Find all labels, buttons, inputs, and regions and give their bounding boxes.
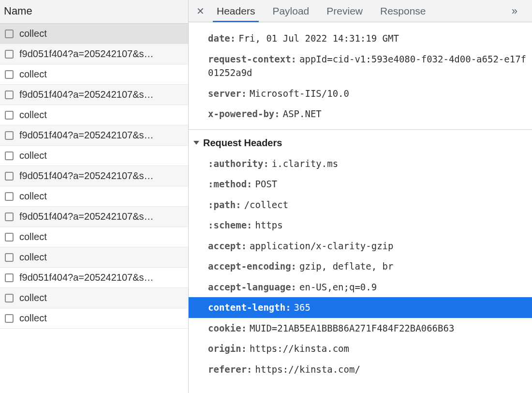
request-row[interactable]: collect <box>0 186 188 207</box>
request-row[interactable]: collect <box>0 227 188 247</box>
request-row[interactable]: f9d051f404?a=205242107&s… <box>0 207 188 227</box>
header-value: https <box>255 220 283 230</box>
request-name: collect <box>19 191 47 202</box>
header-key: accept-language: <box>208 282 296 292</box>
request-row[interactable]: f9d051f404?a=205242107&s… <box>0 44 188 64</box>
tab-headers[interactable]: Headers <box>208 0 264 22</box>
header-key: accept: <box>208 241 247 251</box>
request-name: collect <box>19 231 47 242</box>
header-row[interactable]: origin:https://kinsta.com <box>189 338 532 359</box>
tab-response[interactable]: Response <box>371 0 435 22</box>
checkbox-icon[interactable] <box>5 294 14 302</box>
request-row[interactable]: f9d051f404?a=205242107&s… <box>0 85 188 105</box>
checkbox-icon[interactable] <box>5 253 14 262</box>
request-list-panel: Name collectf9d051f404?a=205242107&s…col… <box>0 0 189 393</box>
header-key: :path: <box>208 199 241 210</box>
request-headers-section-toggle[interactable]: Request Headers <box>189 129 532 153</box>
checkbox-icon[interactable] <box>5 111 14 120</box>
checkbox-icon[interactable] <box>5 212 14 221</box>
close-icon[interactable]: ✕ <box>192 5 208 17</box>
header-value: Fri, 01 Jul 2022 14:31:19 GMT <box>238 33 399 44</box>
details-tabbar: ✕ HeadersPayloadPreviewResponse » <box>189 0 532 22</box>
checkbox-icon[interactable] <box>5 30 14 38</box>
header-value: 365 <box>294 302 310 313</box>
request-details-panel: ✕ HeadersPayloadPreviewResponse » date:F… <box>189 0 532 393</box>
header-key: accept-encoding: <box>208 261 296 272</box>
request-headers-title: Request Headers <box>203 137 282 149</box>
tab-preview[interactable]: Preview <box>318 0 371 22</box>
request-name: collect <box>19 69 47 80</box>
checkbox-icon[interactable] <box>5 233 14 242</box>
header-value: Microsoft-IIS/10.0 <box>250 88 349 99</box>
checkbox-icon[interactable] <box>5 91 14 99</box>
header-key: :authority: <box>208 158 269 169</box>
header-value: POST <box>255 179 278 189</box>
header-key: origin: <box>208 343 247 354</box>
request-name: collect <box>19 28 47 39</box>
request-row[interactable]: f9d051f404?a=205242107&s… <box>0 125 188 146</box>
checkbox-icon[interactable] <box>5 172 14 181</box>
request-row[interactable]: collect <box>0 24 188 44</box>
header-row[interactable]: accept-language:en-US,en;q=0.9 <box>189 277 532 298</box>
request-row[interactable]: collect <box>0 308 188 329</box>
header-row[interactable]: content-length:365 <box>189 297 532 318</box>
header-value: gzip, deflate, br <box>299 261 393 272</box>
header-key: server: <box>208 88 247 99</box>
checkbox-icon[interactable] <box>5 70 14 79</box>
request-name: collect <box>19 150 47 161</box>
checkbox-icon[interactable] <box>5 131 14 140</box>
header-row[interactable]: :scheme:https <box>189 215 532 236</box>
request-row[interactable]: f9d051f404?a=205242107&s… <box>0 166 188 186</box>
request-row[interactable]: collect <box>0 64 188 85</box>
tab-payload[interactable]: Payload <box>264 0 318 22</box>
header-value: ASP.NET <box>283 108 322 119</box>
column-header-name[interactable]: Name <box>0 0 188 24</box>
request-name: f9d051f404?a=205242107&s… <box>19 89 153 100</box>
header-key: content-length: <box>208 302 291 313</box>
request-name: f9d051f404?a=205242107&s… <box>19 130 153 141</box>
header-value: i.clarity.ms <box>272 158 338 169</box>
header-row[interactable]: server:Microsoft-IIS/10.0 <box>189 83 532 104</box>
more-tabs-icon[interactable]: » <box>502 5 528 17</box>
header-row[interactable]: cookie:MUID=21AB5EA1BBB86A271F484F22BA06… <box>189 318 532 339</box>
header-value: en-US,en;q=0.9 <box>299 282 377 292</box>
header-key: date: <box>208 33 236 44</box>
header-row[interactable]: :path:/collect <box>189 195 532 215</box>
request-name: f9d051f404?a=205242107&s… <box>19 170 153 181</box>
checkbox-icon[interactable] <box>5 192 14 201</box>
header-row[interactable]: referer:https://kinsta.com/ <box>189 359 532 380</box>
request-name: collect <box>19 292 47 303</box>
request-row[interactable]: collect <box>0 288 188 308</box>
devtools-network: Name collectf9d051f404?a=205242107&s…col… <box>0 0 532 393</box>
request-row[interactable]: collect <box>0 105 188 125</box>
request-headers-list: :authority:i.clarity.ms:method:POST:path… <box>189 153 532 380</box>
header-key: request-context: <box>208 54 296 64</box>
header-row[interactable]: accept-encoding:gzip, deflate, br <box>189 256 532 277</box>
header-value: MUID=21AB5EA1BBB86A271F484F22BA066B63 <box>250 323 454 333</box>
triangle-down-icon <box>193 141 199 145</box>
request-name: collect <box>19 109 47 121</box>
header-key: :scheme: <box>208 220 252 230</box>
request-row[interactable]: collect <box>0 146 188 166</box>
request-row[interactable]: f9d051f404?a=205242107&s… <box>0 268 188 288</box>
headers-pane: date:Fri, 01 Jul 2022 14:31:19 GMTreques… <box>189 22 532 393</box>
checkbox-icon[interactable] <box>5 314 14 323</box>
header-row[interactable]: accept:application/x-clarity-gzip <box>189 236 532 257</box>
request-name: f9d051f404?a=205242107&s… <box>19 211 153 222</box>
header-row[interactable]: date:Fri, 01 Jul 2022 14:31:19 GMT <box>189 28 532 49</box>
request-name: collect <box>19 313 47 324</box>
response-headers-list: date:Fri, 01 Jul 2022 14:31:19 GMTreques… <box>189 28 532 124</box>
header-row[interactable]: request-context:appId=cid-v1:593e4080-f0… <box>189 49 532 83</box>
header-key: :method: <box>208 179 252 189</box>
header-row[interactable]: x-powered-by:ASP.NET <box>189 104 532 124</box>
request-row[interactable]: collect <box>0 247 188 268</box>
request-name: f9d051f404?a=205242107&s… <box>19 272 153 283</box>
request-name: f9d051f404?a=205242107&s… <box>19 48 153 60</box>
header-row[interactable]: :authority:i.clarity.ms <box>189 153 532 174</box>
header-row[interactable]: :method:POST <box>189 174 532 195</box>
checkbox-icon[interactable] <box>5 151 14 160</box>
checkbox-icon[interactable] <box>5 273 14 282</box>
checkbox-icon[interactable] <box>5 50 14 59</box>
header-key: referer: <box>208 364 252 375</box>
header-value: https://kinsta.com <box>250 343 349 354</box>
